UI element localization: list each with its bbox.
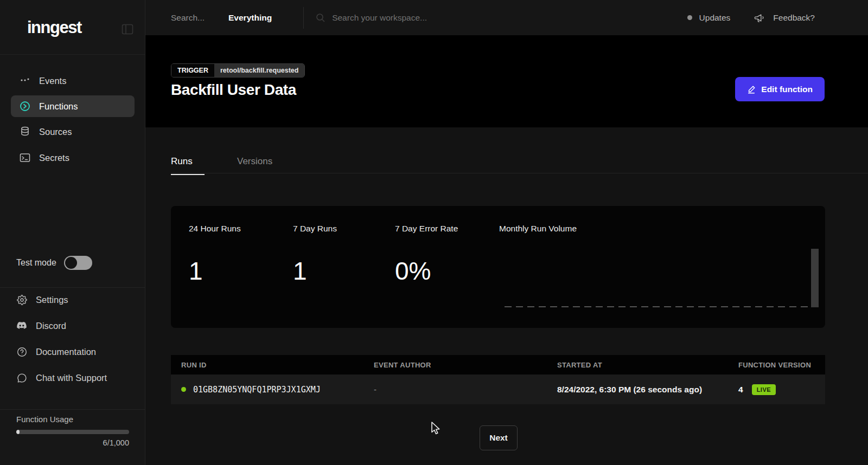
sidebar-item-settings[interactable]: Settings xyxy=(11,288,135,312)
sidebar-item-documentation[interactable]: Documentation xyxy=(11,340,135,364)
tabs-rule xyxy=(171,173,868,173)
sidebar-item-label: Chat with Support xyxy=(36,373,107,383)
stat-7d-error-rate: 7 Day Error Rate 0% xyxy=(395,224,458,286)
trigger-badge-event: retool/backfill.requested xyxy=(214,64,304,77)
function-usage-fill xyxy=(16,430,20,434)
sidebar-item-secrets[interactable]: Secrets xyxy=(11,147,135,169)
logo-block: inngest xyxy=(0,0,145,55)
sidebar-item-label: Functions xyxy=(39,101,78,112)
test-mode-toggle[interactable] xyxy=(64,256,92,270)
stat-label: 7 Day Runs xyxy=(293,224,337,234)
next-page-button[interactable]: Next xyxy=(480,425,518,450)
trigger-badge-type: TRIGGER xyxy=(171,64,214,77)
col-event-author: EVENT AUTHOR xyxy=(363,361,547,369)
tabs: Runs Versions xyxy=(171,156,272,175)
stat-label: 24 Hour Runs xyxy=(189,224,241,234)
function-version-cell: 4 LIVE xyxy=(728,384,825,395)
updates-button[interactable]: Updates xyxy=(687,13,731,23)
col-run-id: RUN ID xyxy=(171,361,363,369)
function-usage-value: 6/1,000 xyxy=(16,438,129,447)
run-id-cell: 01GB8ZN05YNQFQ1PRP3JX1GXMJ xyxy=(171,385,363,395)
event-author-cell: - xyxy=(363,385,547,394)
stat-value: 0% xyxy=(395,256,458,286)
sidebar-item-label: Documentation xyxy=(36,347,96,357)
dots-icon xyxy=(20,75,30,86)
stat-value: 1 xyxy=(189,256,241,286)
stats-card: 24 Hour Runs 1 7 Day Runs 1 7 Day Error … xyxy=(171,206,825,328)
inngest-logo: inngest xyxy=(27,18,81,37)
workspace-search xyxy=(316,13,687,23)
sidebar-item-label: Events xyxy=(39,76,66,86)
sidebar-divider xyxy=(0,409,145,410)
function-usage-label: Function Usage xyxy=(16,415,129,424)
search-scope-everything[interactable]: Everything xyxy=(228,13,272,23)
gear-icon xyxy=(16,294,27,305)
circle-chevron-icon xyxy=(20,101,30,112)
topbar: Search... Everything Updates Feedback? xyxy=(145,0,868,35)
sidebar-item-label: Sources xyxy=(39,127,72,137)
runs-table: RUN ID EVENT AUTHOR STARTED AT FUNCTION … xyxy=(171,355,825,404)
tab-runs[interactable]: Runs xyxy=(171,156,205,175)
stat-label: 7 Day Error Rate xyxy=(395,224,458,234)
chat-bubble-icon xyxy=(16,372,27,383)
sidebar-item-events[interactable]: Events xyxy=(11,70,135,92)
edit-function-button[interactable]: Edit function xyxy=(735,77,825,101)
topbar-divider xyxy=(303,7,304,29)
discord-icon xyxy=(16,320,27,331)
function-usage-bar xyxy=(16,430,129,434)
table-header: RUN ID EVENT AUTHOR STARTED AT FUNCTION … xyxy=(171,355,825,374)
page-title: Backfill User Data xyxy=(171,81,296,99)
sidebar-item-discord[interactable]: Discord xyxy=(11,314,135,338)
workspace-search-input[interactable] xyxy=(332,13,560,23)
terminal-icon xyxy=(20,152,30,163)
version-number: 4 xyxy=(738,385,743,395)
test-mode-row: Test mode xyxy=(16,256,92,270)
live-status-badge: LIVE xyxy=(752,384,776,395)
feedback-label: Feedback? xyxy=(773,13,815,23)
tab-versions[interactable]: Versions xyxy=(237,156,272,175)
megaphone-icon xyxy=(754,12,766,23)
trigger-badge: TRIGGER retool/backfill.requested xyxy=(171,63,305,78)
run-id: 01GB8ZN05YNQFQ1PRP3JX1GXMJ xyxy=(193,385,321,395)
col-started-at: STARTED AT xyxy=(547,361,728,369)
sidebar: inngest Events Functions xyxy=(0,0,145,465)
search-icon xyxy=(316,13,326,23)
pencil-icon xyxy=(747,85,756,94)
chart-title: Monthly Run Volume xyxy=(499,224,819,234)
search-trigger[interactable]: Search... xyxy=(171,13,205,23)
monthly-run-volume-chart: Monthly Run Volume xyxy=(499,224,819,307)
sidebar-collapse-icon[interactable] xyxy=(122,23,133,35)
topbar-right: Updates Feedback? xyxy=(687,12,868,23)
sidebar-item-sources[interactable]: Sources xyxy=(11,121,135,143)
function-usage: Function Usage 6/1,000 xyxy=(16,415,129,447)
started-at-cell: 8/24/2022, 6:30 PM (26 seconds ago) xyxy=(547,385,728,395)
database-icon xyxy=(20,126,30,137)
sidebar-item-label: Discord xyxy=(36,321,66,331)
edit-function-label: Edit function xyxy=(761,85,813,94)
sidebar-item-label: Secrets xyxy=(39,153,69,163)
stat-value: 1 xyxy=(293,256,337,286)
monthly-run-volume-plot xyxy=(505,248,819,307)
stat-24h-runs: 24 Hour Runs 1 xyxy=(189,224,241,286)
col-function-version: FUNCTION VERSION xyxy=(728,361,825,369)
function-header: TRIGGER retool/backfill.requested Backfi… xyxy=(145,35,868,127)
feedback-button[interactable]: Feedback? xyxy=(754,12,815,23)
main-content: Runs Versions 24 Hour Runs 1 7 Day Runs … xyxy=(145,127,868,465)
run-status-dot-icon xyxy=(181,387,186,392)
toggle-knob xyxy=(65,257,77,269)
sidebar-item-label: Settings xyxy=(36,295,68,305)
stat-7d-runs: 7 Day Runs 1 xyxy=(293,224,337,286)
test-mode-label: Test mode xyxy=(16,258,56,268)
updates-dot-icon xyxy=(687,15,692,20)
sidebar-item-chat-support[interactable]: Chat with Support xyxy=(11,366,135,390)
updates-label: Updates xyxy=(699,13,731,23)
question-circle-icon xyxy=(16,346,27,357)
sidebar-item-functions[interactable]: Functions xyxy=(11,95,135,117)
table-row[interactable]: 01GB8ZN05YNQFQ1PRP3JX1GXMJ - 8/24/2022, … xyxy=(171,374,825,404)
